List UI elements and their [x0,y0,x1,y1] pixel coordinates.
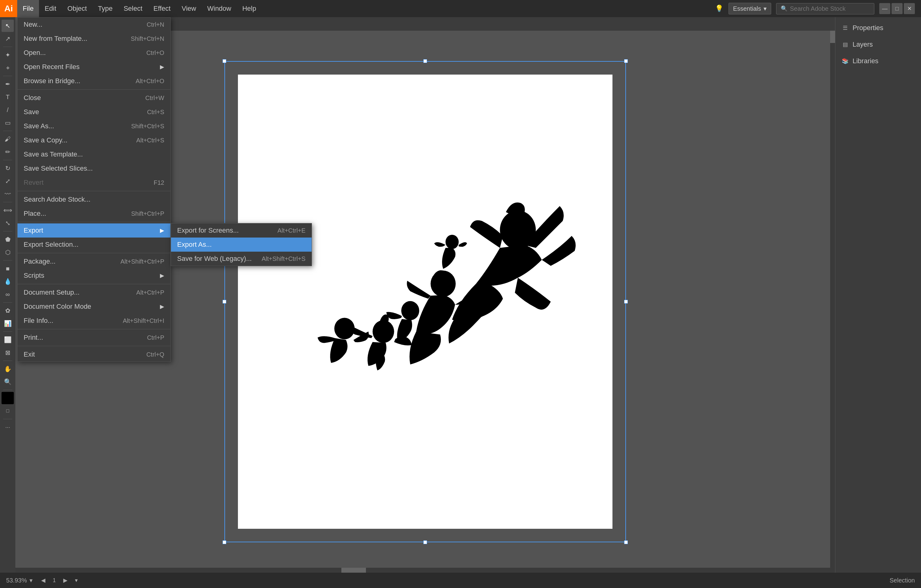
hand-tool[interactable]: ✋ [2,363,14,375]
menu-save-copy[interactable]: Save a Copy... Alt+Ctrl+S [18,133,170,147]
tool-separator [3,419,12,419]
page-dropdown-button[interactable]: ▾ [72,576,80,585]
blend-tool[interactable]: ∞ [2,288,14,300]
menu-type[interactable]: Type [93,0,118,17]
fill-swatch[interactable]: ■ [2,392,14,404]
handle-top-left[interactable] [223,59,226,63]
handle-middle-left[interactable] [223,300,226,304]
menu-close[interactable]: Close Ctrl+W [18,91,170,105]
save-for-web[interactable]: Save for Web (Legacy)... Alt+Shift+Ctrl+… [171,252,312,266]
menu-browse-bridge[interactable]: Browse in Bridge... Alt+Ctrl+O [18,74,170,88]
shape-builder-tool[interactable]: ⬟ [2,233,14,245]
menu-edit[interactable]: Edit [39,0,62,17]
menu-export[interactable]: Export ▶ [18,223,170,237]
pencil-tool[interactable]: ✏ [2,146,14,158]
handle-middle-right[interactable] [624,300,628,304]
scale-tool[interactable]: ⤢ [2,175,14,187]
menu-scripts[interactable]: Scripts ▶ [18,268,170,283]
menu-save-template[interactable]: Save as Template... [18,147,170,161]
menu-save-as[interactable]: Save As... Shift+Ctrl+S [18,119,170,133]
line-tool[interactable]: / [2,104,14,116]
menu-save[interactable]: Save Ctrl+S [18,105,170,119]
menu-select[interactable]: Select [118,0,148,17]
menu-document-color[interactable]: Document Color Mode ▶ [18,299,170,313]
tool-separator [3,331,12,332]
stroke-swatch[interactable]: □ [2,405,14,417]
menu-open[interactable]: Open... Ctrl+O [18,46,170,60]
menu-open-recent[interactable]: Open Recent Files ▶ [18,60,170,74]
menu-revert[interactable]: Revert F12 [18,175,170,190]
libraries-tab[interactable]: 📚 Libraries [835,53,921,69]
minimize-button[interactable]: — [879,3,890,14]
properties-tab[interactable]: ☰ Properties [835,19,921,36]
handle-top-center[interactable] [423,59,427,63]
free-transform-tool[interactable]: ⤡ [2,217,14,229]
artboard [238,75,612,529]
artboard-tool[interactable]: ⬜ [2,334,14,346]
menu-search-stock[interactable]: Search Adobe Stock... [18,192,170,206]
menu-effect[interactable]: Effect [148,0,176,17]
file-menu-dropdown: New... Ctrl+N New from Template... Shift… [17,17,171,362]
tool-separator [3,390,12,390]
layers-tab[interactable]: ▤ Layers [835,36,921,53]
menu-place[interactable]: Place... Shift+Ctrl+P [18,206,170,221]
rotate-tool[interactable]: ↻ [2,162,14,174]
type-tool[interactable]: T [2,91,14,103]
menu-print[interactable]: Print... Ctrl+P [18,331,170,344]
export-as[interactable]: Export As... [171,237,312,252]
menu-file-info[interactable]: File Info... Alt+Shift+Ctrl+I [18,313,170,328]
maximize-button[interactable]: □ [892,3,903,14]
lasso-tool[interactable]: ⌖ [2,62,14,74]
menu-view[interactable]: View [176,0,202,17]
zoom-tool[interactable]: 🔍 [2,376,14,388]
selection-tool[interactable]: ↖ [2,19,14,32]
left-toolbar: ↖ ↗ ✦ ⌖ ✒ T / ▭ 🖌 ✏ ↻ ⤢ 〰 ⟺ ⤡ ⬟ ⬡ ■ 💧 ∞ … [0,17,15,573]
magic-wand-tool[interactable]: ✦ [2,49,14,61]
next-page-button[interactable]: ▶ [61,576,70,585]
menu-save-slices[interactable]: Save Selected Slices... [18,161,170,175]
slice-tool[interactable]: ⊠ [2,346,14,359]
menu-separator [18,253,170,253]
menu-new-from-template[interactable]: New from Template... Shift+Ctrl+N [18,32,170,46]
column-graph-tool[interactable]: 📊 [2,317,14,330]
menu-document-setup[interactable]: Document Setup... Alt+Ctrl+P [18,286,170,299]
gradient-tool[interactable]: ■ [2,262,14,275]
workspace-selector[interactable]: Essentials ▾ [729,3,771,15]
warp-tool[interactable]: 〰 [2,188,14,200]
page-nav: ◀ 1 ▶ ▾ [39,576,80,585]
zoom-control[interactable]: 53.93% ▾ [6,577,33,584]
paintbrush-tool[interactable]: 🖌 [2,133,14,145]
prev-page-button[interactable]: ◀ [39,576,48,585]
handle-bottom-left[interactable] [223,541,226,544]
menu-exit[interactable]: Exit Ctrl+Q [18,348,170,362]
scrollbar-thumb-horizontal[interactable] [342,568,366,573]
width-tool[interactable]: ⟺ [2,204,14,216]
eyedropper-tool[interactable]: 💧 [2,275,14,288]
handle-bottom-right[interactable] [624,541,628,544]
pen-tool[interactable]: ✒ [2,78,14,90]
scrollbar-vertical[interactable] [830,31,835,573]
menu-package[interactable]: Package... Alt+Shift+Ctrl+P [18,254,170,268]
svg-point-4 [373,320,394,343]
handle-bottom-center[interactable] [423,541,427,544]
export-for-screens[interactable]: Export for Screens... Alt+Ctrl+E [171,223,312,237]
menu-file[interactable]: File [17,0,39,17]
lightbulb-icon[interactable]: 💡 [715,4,724,13]
symbol-sprayer-tool[interactable]: ✿ [2,304,14,317]
menu-new[interactable]: New... Ctrl+N [18,18,170,32]
rectangle-tool[interactable]: ▭ [2,117,14,129]
close-button[interactable]: ✕ [904,3,915,14]
more-tools-button[interactable]: ⋯ [2,421,14,433]
stock-search-bar[interactable]: 🔍 Search Adobe Stock [776,3,874,15]
scrollbar-thumb-vertical[interactable] [830,31,835,43]
canvas-wrapper [226,62,625,541]
direct-selection-tool[interactable]: ↗ [2,32,14,45]
menu-window[interactable]: Window [202,0,237,17]
perspective-tool[interactable]: ⬡ [2,246,14,258]
handle-top-right[interactable] [624,59,628,63]
scrollbar-horizontal[interactable] [15,568,830,573]
menu-object[interactable]: Object [62,0,93,17]
svg-point-5 [401,301,419,320]
menu-export-selection[interactable]: Export Selection... [18,237,170,252]
menu-help[interactable]: Help [237,0,262,17]
